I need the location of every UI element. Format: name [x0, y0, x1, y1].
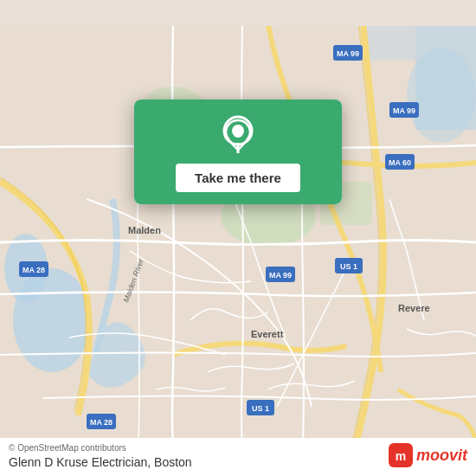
map-background: MA 28 MA 28 US 1 US 1 MA 99 MA 99 MA 99 … [0, 0, 476, 476]
svg-text:MA 99: MA 99 [393, 106, 415, 115]
bottom-bar: © OpenStreetMap contributors Glenn D Kru… [0, 438, 476, 476]
popup-green-section: Take me there [134, 100, 342, 204]
svg-point-4 [407, 48, 476, 143]
svg-text:US 1: US 1 [340, 262, 357, 271]
take-me-there-button[interactable]: Take me there [176, 164, 300, 192]
popup-overlay: Take me there [134, 100, 342, 204]
svg-text:Everett: Everett [251, 329, 284, 339]
svg-text:US 1: US 1 [252, 404, 269, 413]
svg-rect-5 [363, 26, 415, 61]
svg-text:MA 60: MA 60 [389, 158, 411, 167]
moovit-logo: m moovit [389, 443, 467, 467]
svg-text:MA 28: MA 28 [23, 266, 45, 274]
moovit-icon: m [389, 443, 413, 467]
map-container: MA 28 MA 28 US 1 US 1 MA 99 MA 99 MA 99 … [0, 0, 476, 476]
moovit-text: moovit [416, 447, 467, 465]
svg-text:Malden: Malden [128, 225, 161, 235]
svg-text:MA 99: MA 99 [337, 49, 359, 58]
svg-text:MA 99: MA 99 [269, 271, 292, 280]
location-pin-icon [219, 115, 257, 153]
svg-text:MA 28: MA 28 [90, 418, 113, 427]
svg-point-33 [233, 127, 243, 138]
svg-text:Revere: Revere [398, 303, 430, 313]
svg-text:m: m [396, 449, 406, 463]
